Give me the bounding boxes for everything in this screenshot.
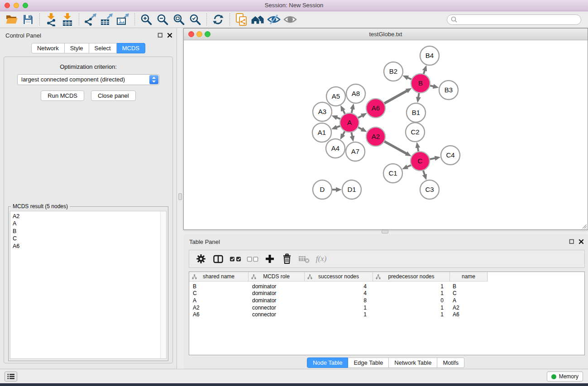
select-all-checkboxes-button[interactable]: [228, 252, 242, 266]
zoom-out-button[interactable]: [154, 12, 171, 27]
splitter-handle-horizontal[interactable]: [382, 230, 388, 234]
table-cell[interactable]: B: [450, 283, 488, 290]
float-panel-icon[interactable]: [569, 239, 574, 244]
table-cell[interactable]: 1: [373, 283, 450, 290]
node-C1[interactable]: C1: [383, 164, 402, 183]
node-D1[interactable]: D1: [342, 180, 361, 199]
node-A8[interactable]: A8: [346, 84, 365, 103]
tab-node-table[interactable]: Node Table: [307, 357, 349, 368]
network-zoom-button[interactable]: [205, 31, 210, 37]
task-history-button[interactable]: [5, 372, 17, 381]
column-header-successor-nodes[interactable]: successor nodes: [305, 272, 373, 281]
node-B[interactable]: B: [411, 74, 430, 93]
node-B4[interactable]: B4: [420, 46, 439, 65]
network-graph[interactable]: B4B2BB3A5A8A6A3B1AA1C2A2A4A7C4CC1C3DD1: [184, 40, 588, 229]
table-cell[interactable]: connector: [249, 311, 305, 318]
node-C3[interactable]: C3: [420, 180, 439, 199]
table-cell[interactable]: 1: [305, 311, 373, 318]
network-close-button[interactable]: [188, 31, 194, 37]
table-cell[interactable]: 8: [305, 297, 373, 304]
run-mcds-button[interactable]: Run MCDS: [41, 91, 84, 101]
zoom-window-button[interactable]: [23, 3, 28, 8]
node-B1[interactable]: B1: [406, 103, 425, 122]
column-header-name[interactable]: name: [450, 272, 488, 281]
table-row[interactable]: Adominator80A: [189, 297, 584, 304]
tab-network-table[interactable]: Network Table: [389, 357, 437, 368]
table-cell[interactable]: dominator: [249, 283, 305, 290]
search-field[interactable]: [447, 14, 581, 25]
delete-columns-button[interactable]: [280, 252, 294, 266]
close-panel-icon[interactable]: [167, 33, 172, 38]
table-cell[interactable]: C: [189, 290, 249, 296]
node-A2[interactable]: A2: [366, 127, 385, 146]
node-C[interactable]: C: [411, 152, 430, 171]
table-cell[interactable]: dominator: [249, 297, 305, 304]
table-cell[interactable]: A: [450, 297, 488, 304]
table-cell[interactable]: 4: [305, 290, 373, 296]
table-cell[interactable]: 1: [373, 305, 450, 311]
function-builder-button[interactable]: f(x): [314, 252, 328, 266]
minimize-window-button[interactable]: [14, 3, 19, 8]
zoom-in-button[interactable]: [138, 12, 154, 27]
splitter-handle-vertical[interactable]: [178, 193, 182, 200]
zoom-selected-button[interactable]: [187, 12, 203, 27]
import-table-button[interactable]: [59, 12, 76, 27]
column-header-shared-name[interactable]: shared name: [189, 272, 249, 281]
node-D[interactable]: D: [313, 180, 332, 199]
mcds-result-list[interactable]: A2ABCA6: [10, 211, 167, 359]
clone-network-button[interactable]: [233, 12, 249, 27]
table-cell[interactable]: A6: [189, 311, 249, 318]
node-A3[interactable]: A3: [313, 102, 332, 121]
table-cell[interactable]: 1: [373, 290, 450, 296]
table-cell[interactable]: A2: [189, 305, 249, 311]
import-network-button[interactable]: [43, 12, 59, 27]
table-cell[interactable]: 4: [305, 283, 373, 290]
edge-A6-B[interactable]: [382, 91, 407, 105]
node-C4[interactable]: C4: [441, 146, 460, 165]
delete-table-button[interactable]: [297, 252, 311, 266]
table-row[interactable]: A6connector11A6: [189, 311, 584, 318]
network-canvas[interactable]: B4B2BB3A5A8A6A3B1AA1C2A2A4A7C4CC1C3DD1: [184, 40, 588, 229]
table-row[interactable]: Bdominator41B: [189, 283, 584, 290]
table-row[interactable]: A2connector11A2: [189, 304, 584, 311]
table-cell[interactable]: 1: [373, 311, 450, 318]
open-session-button[interactable]: [4, 12, 20, 27]
memory-button[interactable]: Memory: [547, 372, 583, 381]
tab-network[interactable]: Network: [31, 43, 65, 53]
refresh-layout-button[interactable]: [210, 12, 226, 27]
column-view-button[interactable]: [211, 252, 225, 266]
tab-motifs[interactable]: Motifs: [437, 357, 464, 368]
table-cell[interactable]: B: [189, 283, 249, 290]
network-window-titlebar[interactable]: testGlobe.txt: [184, 29, 588, 40]
node-A4[interactable]: A4: [326, 139, 345, 158]
mcds-result-item[interactable]: B: [13, 228, 166, 235]
node-A5[interactable]: A5: [326, 87, 345, 106]
table-cell[interactable]: 1: [305, 305, 373, 311]
table-cell[interactable]: connector: [249, 305, 305, 311]
float-panel-icon[interactable]: [158, 33, 163, 38]
table-cell[interactable]: C: [450, 290, 488, 296]
column-header-mcds-role[interactable]: MCDS role: [249, 272, 305, 281]
close-panel-button[interactable]: Close panel: [91, 91, 136, 101]
tab-select[interactable]: Select: [89, 43, 117, 53]
show-all-button[interactable]: [282, 12, 298, 27]
table-row[interactable]: Cdominator41C: [189, 290, 584, 297]
first-neighbors-button[interactable]: [249, 12, 266, 27]
node-B3[interactable]: B3: [439, 81, 458, 100]
node-A7[interactable]: A7: [346, 142, 365, 161]
tab-style[interactable]: Style: [65, 43, 89, 53]
save-session-button[interactable]: [20, 12, 36, 27]
mcds-result-item[interactable]: A: [13, 220, 166, 227]
search-input[interactable]: [459, 16, 577, 23]
node-A[interactable]: A: [340, 113, 359, 132]
zoom-fit-button[interactable]: [171, 12, 187, 27]
result-list-scrollbar[interactable]: [160, 211, 166, 358]
node-A6[interactable]: A6: [366, 99, 385, 118]
edge-A2-C[interactable]: [382, 140, 406, 153]
table-cell[interactable]: A: [189, 297, 249, 304]
close-window-button[interactable]: [5, 3, 10, 8]
hide-selected-button[interactable]: [266, 12, 282, 27]
export-table-button[interactable]: [99, 12, 115, 27]
mcds-result-item[interactable]: A2: [13, 213, 166, 220]
node-A1[interactable]: A1: [312, 123, 331, 142]
